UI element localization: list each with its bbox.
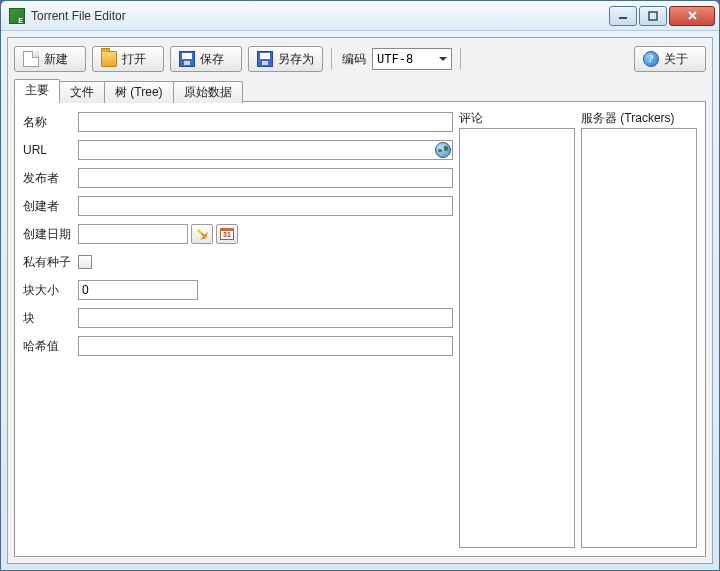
trackers-listbox[interactable] — [581, 128, 697, 548]
svg-rect-0 — [619, 17, 627, 19]
pencil-icon — [194, 226, 211, 243]
help-icon: ? — [643, 51, 659, 67]
window-controls — [607, 6, 715, 26]
app-window: Torrent File Editor 新建 打开 — [0, 0, 720, 571]
publisher-input[interactable] — [78, 168, 453, 188]
tab-page-main: 名称 URL 发布者 创建者 — [14, 101, 706, 557]
piecesize-input[interactable] — [78, 280, 198, 300]
edit-date-button[interactable] — [191, 224, 213, 244]
save-disk-icon — [257, 51, 273, 67]
saveas-button[interactable]: 另存为 — [248, 46, 323, 72]
toolbar-separator — [331, 48, 332, 70]
comments-column: 评论 — [459, 110, 575, 548]
minimize-icon — [618, 11, 628, 21]
created-date-label: 创建日期 — [23, 226, 78, 243]
titlebar: Torrent File Editor — [1, 1, 719, 31]
new-button-label: 新建 — [44, 51, 68, 68]
new-file-icon — [23, 51, 39, 67]
maximize-icon — [648, 11, 658, 21]
save-disk-icon — [179, 51, 195, 67]
toolbar-separator — [460, 48, 461, 70]
url-input[interactable] — [78, 140, 453, 160]
save-button[interactable]: 保存 — [170, 46, 242, 72]
piecesize-label: 块大小 — [23, 282, 78, 299]
encoding-combobox[interactable]: UTF-8 — [372, 48, 452, 70]
pieces-label: 块 — [23, 310, 78, 327]
save-button-label: 保存 — [200, 51, 224, 68]
comments-label: 评论 — [459, 110, 575, 126]
tab-main[interactable]: 主要 — [14, 79, 60, 102]
tab-tree[interactable]: 树 (Tree) — [104, 81, 174, 103]
private-checkbox[interactable] — [78, 255, 92, 269]
window-title: Torrent File Editor — [31, 9, 607, 23]
toolbar: 新建 打开 保存 另存为 编码 UTF-8 ? 关于 — [14, 44, 706, 78]
calendar-button[interactable] — [216, 224, 238, 244]
hash-input[interactable] — [78, 336, 453, 356]
open-folder-icon — [101, 51, 117, 67]
tab-strip: 主要 文件 树 (Tree) 原始数据 — [14, 78, 706, 102]
client-area: 新建 打开 保存 另存为 编码 UTF-8 ? 关于 — [7, 37, 713, 564]
creator-input[interactable] — [78, 196, 453, 216]
creator-label: 创建者 — [23, 198, 78, 215]
open-button[interactable]: 打开 — [92, 46, 164, 72]
minimize-button[interactable] — [609, 6, 637, 26]
fields-column: 名称 URL 发布者 创建者 — [23, 110, 453, 548]
url-label: URL — [23, 143, 78, 157]
tab-raw[interactable]: 原始数据 — [173, 81, 243, 103]
trackers-label: 服务器 (Trackers) — [581, 110, 697, 126]
encoding-label: 编码 — [342, 51, 366, 68]
new-button[interactable]: 新建 — [14, 46, 86, 72]
name-label: 名称 — [23, 114, 78, 131]
encoding-value: UTF-8 — [377, 52, 413, 66]
publisher-label: 发布者 — [23, 170, 78, 187]
close-icon — [687, 10, 698, 21]
tab-file[interactable]: 文件 — [59, 81, 105, 103]
comments-listbox[interactable] — [459, 128, 575, 548]
about-button-label: 关于 — [664, 51, 688, 68]
saveas-button-label: 另存为 — [278, 51, 314, 68]
about-button[interactable]: ? 关于 — [634, 46, 706, 72]
created-date-input[interactable] — [78, 224, 188, 244]
calendar-icon — [220, 228, 234, 240]
globe-icon[interactable] — [435, 142, 451, 158]
hash-label: 哈希值 — [23, 338, 78, 355]
name-input[interactable] — [78, 112, 453, 132]
open-button-label: 打开 — [122, 51, 146, 68]
pieces-input[interactable] — [78, 308, 453, 328]
private-label: 私有种子 — [23, 254, 78, 271]
close-button[interactable] — [669, 6, 715, 26]
trackers-column: 服务器 (Trackers) — [581, 110, 697, 548]
app-icon — [9, 8, 25, 24]
maximize-button[interactable] — [639, 6, 667, 26]
svg-rect-1 — [649, 12, 657, 20]
